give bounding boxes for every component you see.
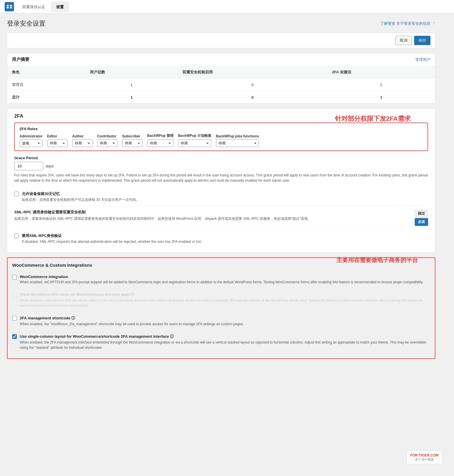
svg-rect-3 — [10, 7, 12, 8]
page-wrap: 登录安全设置 了解更多 关于登录安全的信息 ↗ 取消 保存 用户摘要 管理用户 … — [0, 13, 442, 369]
col-total: 用户总数 — [85, 66, 178, 79]
role-select-backwpup_admin[interactable]: 选项停用可选必填 — [147, 139, 173, 147]
grace-period-input[interactable] — [14, 162, 43, 170]
show-menu-title: Show Wordfence 2FA menu on WooCommerce A… — [20, 292, 430, 297]
single-column-checkbox[interactable] — [12, 334, 17, 339]
role-item-author: Author选项停用可选必填 — [72, 134, 93, 147]
role-label-backwpup_admin: BackWPup 管理 — [147, 133, 173, 138]
allow-remember-checkbox[interactable] — [14, 192, 19, 196]
page-header: 登录安全设置 了解更多 关于登录安全的信息 ↗ — [7, 19, 435, 28]
show-menu-row: Show Wordfence 2FA menu on WooCommerce A… — [12, 289, 430, 312]
role-label-subscriber: Subscriber — [122, 134, 143, 138]
table-footer-row: 总计 1 0 1 — [7, 91, 435, 104]
woo-wrapper: 主要用在需要做电子商务的平台 WooCommerce & Custom Inte… — [7, 257, 435, 359]
row-role: 管理员 — [7, 79, 85, 91]
role-select-editor[interactable]: 选项停用可选必填 — [47, 139, 68, 147]
save-button[interactable]: 保存 — [414, 36, 430, 45]
xmlrpc-row: XML-RPC 调用身份验证需要双重安全机制 如果启用，需要身份验证的 XML-… — [14, 206, 428, 230]
disable-xmlrpc-title: 禁用XML-RPC身份验证 — [22, 233, 202, 238]
col-inactive: 2FA 未激活 — [327, 66, 435, 79]
woo-integration-description: When enabled, reCAPTCHA and 2FA prompt s… — [20, 279, 423, 285]
tab-settings[interactable]: 设置 — [51, 2, 69, 12]
user-summary-table: 角色 用户总数 双重安全机制启用 2FA 未激活 管理员 1 0 1 总计 1 … — [7, 66, 435, 103]
woo-section: WooCommerce & Custom Integrations WooCom… — [7, 257, 435, 359]
single-column-description: When enabled, the 2FA management interfa… — [20, 340, 430, 350]
allow-remember-label: 允许设备保留30天记忆 如果启用，启用双重安全机制的用户可以选择每 30 天仅提… — [22, 191, 139, 202]
grace-days-label: days — [46, 164, 54, 168]
grace-input-row: days — [14, 162, 428, 170]
user-summary-card: 用户摘要 管理用户 角色 用户总数 双重安全机制启用 2FA 未激活 管理员 1… — [7, 53, 435, 104]
badge-required[interactable]: 必填 — [415, 218, 428, 226]
xmlrpc-title: XML-RPC 调用身份验证需要双重安全机制 — [14, 210, 311, 215]
badge-skip[interactable]: 跳过 — [415, 210, 428, 217]
page-title: 登录安全设置 — [7, 19, 45, 28]
manage-users-link[interactable]: 管理用户 — [415, 57, 430, 62]
shortcode-row: 2FA management shortcode ⓘ When enabled,… — [12, 312, 430, 330]
app-icon — [5, 2, 14, 11]
tab-2fa[interactable]: 双重身份认证 — [17, 2, 50, 12]
show-menu-checkbox — [12, 292, 17, 297]
role-select-backwpup_check[interactable]: 选项停用可选必填 — [178, 139, 211, 147]
woo-integration-row: WooCommerce integration When enabled, re… — [12, 271, 430, 289]
role-label-contributor: Contributor — [97, 134, 118, 138]
role-select-contributor[interactable]: 选项停用可选必填 — [97, 139, 118, 147]
disable-xmlrpc-checkbox[interactable] — [14, 233, 19, 238]
col-enabled: 双重安全机制启用 — [178, 66, 327, 79]
role-item-editor: Editor选项停用可选必填 — [47, 134, 68, 147]
footer-role: 总计 — [7, 91, 85, 104]
role-label-editor: Editor — [47, 134, 68, 138]
col-role: 角色 — [7, 66, 85, 79]
woo-integration-title: WooCommerce integration — [20, 275, 423, 279]
shortcode-title: 2FA management shortcode ⓘ — [20, 316, 244, 321]
row-enabled: 0 — [178, 79, 327, 91]
svg-rect-2 — [7, 7, 9, 8]
disable-xmlrpc-row: 禁用XML-RPC身份验证 If disabled, XML-RPC reque… — [14, 230, 428, 248]
roles-box: 2FA Roles Administrator选项停用可选必填Editor选项停… — [14, 123, 428, 151]
roles-annotation: 针对部分权限下发2FA需求 — [335, 114, 411, 123]
footer-total: 1 — [85, 91, 178, 104]
single-column-title: Use single-column layout for WooCommerce… — [20, 334, 430, 339]
grace-period-section: Grace Period days For roles that require… — [14, 156, 428, 183]
user-summary-title: 用户摘要 — [12, 57, 29, 62]
shortcode-checkbox[interactable] — [12, 316, 17, 321]
disable-xmlrpc-description: If disabled, XML-RPC requests that attem… — [22, 239, 202, 244]
role-select-author[interactable]: 选项停用可选必填 — [72, 139, 93, 147]
role-label-backwpup_jobs: BackWPup jobs functions — [216, 134, 259, 138]
role-item-contributor: Contributor选项停用可选必填 — [97, 134, 118, 147]
grace-period-label: Grace Period — [14, 156, 428, 160]
tfa-section: 2FA 针对部分权限下发2FA需求 2FA Roles Administrato… — [7, 108, 435, 253]
woo-integration-checkbox[interactable] — [12, 275, 17, 279]
top-nav: 双重身份认证 设置 — [0, 0, 454, 13]
role-item-backwpup_check: BackWPup 计划检查选项停用可选必填 — [178, 133, 211, 147]
role-select-subscriber[interactable]: 选项停用可选必填 — [122, 139, 143, 147]
role-item-subscriber: Subscriber选项停用可选必填 — [122, 134, 143, 147]
role-label-author: Author — [72, 134, 93, 138]
svg-rect-0 — [7, 5, 9, 6]
table-row: 管理员 1 0 1 — [7, 79, 435, 91]
roles-grid: Administrator选项停用可选必填Editor选项停用可选必填Autho… — [19, 133, 423, 147]
shortcode-description: When enabled, the "wordfence_2fa_managem… — [20, 321, 244, 327]
role-label-backwpup_check: BackWPup 计划检查 — [178, 133, 211, 138]
learn-more-link[interactable]: 了解更多 关于登录安全的信息 ↗ — [380, 21, 435, 26]
show-menu-description: When enabled, a Wordfence 2FA tab will b… — [20, 298, 430, 308]
row-total: 1 — [85, 79, 178, 91]
footer-enabled: 0 — [178, 91, 327, 104]
footer-inactive: 1 — [327, 91, 435, 104]
single-column-row: Use single-column layout for WooCommerce… — [12, 330, 430, 354]
role-select-backwpup_jobs[interactable]: 选项停用可选必填 — [216, 139, 259, 147]
svg-rect-1 — [10, 5, 12, 6]
row-inactive: 1 — [327, 79, 435, 91]
role-item-backwpup_admin: BackWPup 管理选项停用可选必填 — [147, 133, 173, 147]
roles-wrapper: 针对部分权限下发2FA需求 2FA Roles Administrator选项停… — [14, 123, 428, 151]
woo-section-title: WooCommerce & Custom Integrations — [12, 263, 430, 268]
grace-period-description: For roles that require 2FA, users will h… — [14, 173, 428, 183]
roles-box-title: 2FA Roles — [19, 127, 423, 131]
action-bar: 取消 保存 — [7, 33, 435, 48]
allow-remember-row: 允许设备保留30天记忆 如果启用，启用双重安全机制的用户可以选择每 30 天仅提… — [14, 188, 428, 206]
xmlrpc-description: 如果启用，需要身份验证的 XML-RPC 调用还需要将有效的双重安全机制代码添加… — [14, 216, 311, 221]
role-select-administrator[interactable]: 选项停用可选必填 — [19, 139, 42, 147]
cancel-button[interactable]: 取消 — [396, 36, 412, 45]
role-label-administrator: Administrator — [19, 134, 42, 138]
xmlrpc-badges: 跳过 必填 — [415, 210, 428, 226]
role-item-administrator: Administrator选项停用可选必填 — [19, 134, 42, 147]
